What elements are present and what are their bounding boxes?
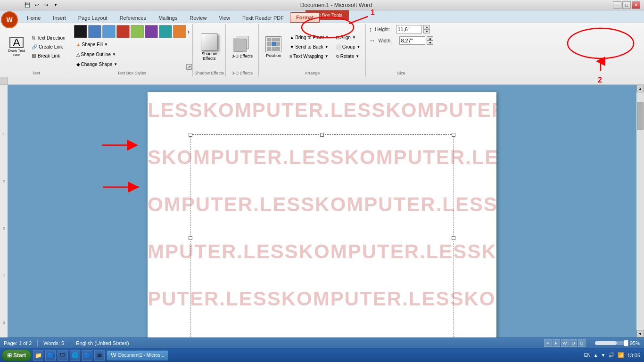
scroll-up-button[interactable]: ▲ xyxy=(636,85,644,92)
swatch-orange[interactable] xyxy=(173,25,186,38)
align-icon: ⊟ xyxy=(336,35,339,40)
tab-view[interactable]: View xyxy=(213,12,236,23)
taskbar-icon-security[interactable]: 🛡 xyxy=(58,350,68,361)
group-shadow-effects: Shadow Effects Shadow Effects xyxy=(193,24,226,76)
shape-fill-label: Shape Fill xyxy=(82,42,102,47)
swatch-scroll-right[interactable]: › xyxy=(188,28,190,35)
swatch-red[interactable] xyxy=(116,25,130,38)
swatch-blue1[interactable] xyxy=(88,25,101,38)
tab-format[interactable]: Format xyxy=(290,12,320,23)
group-textbox-styles: › ▲ Shape Fill ▼ △ Shape Outline ▼ ◆ xyxy=(71,24,193,76)
shadow-effects-button[interactable]: Shadow Effects xyxy=(196,33,222,61)
scroll-down-button[interactable]: ▼ xyxy=(636,330,644,337)
start-button[interactable]: ⊞ Start xyxy=(2,350,31,361)
align-arrow: ▼ xyxy=(352,35,356,40)
height-down-button[interactable]: ▼ xyxy=(423,29,430,33)
textbox-styles-expand[interactable]: ↗ xyxy=(186,64,192,70)
3d-effects-button[interactable]: 3-D Effects xyxy=(229,33,255,61)
taskbar-icon-browser[interactable]: 🌐 xyxy=(70,350,80,361)
quick-access-save[interactable]: 💾 xyxy=(24,1,31,9)
swatch-purple[interactable] xyxy=(145,25,158,38)
tray-arrow-up[interactable]: ▲ xyxy=(594,353,598,358)
watermark-line1: LESSKOMPUTER.LESSKOMPUTER.LE xyxy=(148,99,496,122)
width-input[interactable] xyxy=(399,36,425,45)
tab-mailings[interactable]: Mailings xyxy=(152,12,183,23)
taskbar-icon-chrome[interactable]: 🔵 xyxy=(82,350,92,361)
height-input[interactable] xyxy=(396,25,422,33)
tray-network[interactable]: 📶 xyxy=(618,352,624,358)
text-box[interactable] xyxy=(190,134,454,337)
group-arrow: ▼ xyxy=(356,45,360,49)
minimize-button[interactable]: ─ xyxy=(613,1,621,9)
taskbar-icon-folder[interactable]: 📁 xyxy=(33,350,43,361)
quick-access-redo[interactable]: ↪ xyxy=(42,1,50,9)
tab-insert[interactable]: Insert xyxy=(47,12,72,23)
close-button[interactable]: ✕ xyxy=(632,1,640,9)
view-fullscreen-button[interactable]: F xyxy=(553,339,560,347)
swatch-teal[interactable] xyxy=(159,25,172,38)
handle-tr[interactable] xyxy=(452,133,455,137)
change-shape-button[interactable]: ◆ Change Shape ▼ xyxy=(74,60,120,69)
maximize-button[interactable]: □ xyxy=(622,1,631,9)
taskbar-word-app[interactable]: W Document1 - Micros... xyxy=(107,350,168,361)
scroll-thumb[interactable] xyxy=(637,102,644,130)
tab-foxitreader[interactable]: Foxit Reader PDF xyxy=(236,12,290,23)
swatch-black[interactable] xyxy=(74,25,87,38)
zoom-fill xyxy=(595,341,617,345)
vertical-ruler: 1 2 3 4 5 xyxy=(0,85,8,337)
width-down-button[interactable]: ▼ xyxy=(427,41,433,45)
group-shadow-label: Shadow Effects xyxy=(193,71,225,75)
rotate-button[interactable]: ↻ Rotate ▼ xyxy=(333,52,363,61)
bring-front-label: Bring to Front xyxy=(295,35,324,40)
view-print-button[interactable]: P xyxy=(544,339,552,347)
window-title: Document1 - Microsoft Word xyxy=(59,2,613,8)
break-link-icon: ⛓ xyxy=(32,53,36,58)
status-bar: Page: 1 of 2 Words: 5 English (United St… xyxy=(0,337,644,348)
quick-access-more[interactable]: ▼ xyxy=(52,1,59,9)
width-up-button[interactable]: ▲ xyxy=(427,36,433,41)
zoom-slider[interactable] xyxy=(595,341,628,345)
view-outline-button[interactable]: O xyxy=(570,339,577,347)
group-text: A Draw Text Box ⇅ Text Direction 🔗 Creat… xyxy=(2,24,71,76)
document-area: 1 2 3 4 5 LESSKOMPUTER.LESSKOMPUTER.LE S… xyxy=(0,77,644,337)
swatch-blue2[interactable] xyxy=(102,25,116,38)
bring-front-button[interactable]: ▲ Bring to Front ▼ xyxy=(287,33,331,42)
group-3d-effects: 3-D Effects 3-D Effects xyxy=(226,24,259,76)
swatch-green[interactable] xyxy=(131,25,144,38)
zoom-handle[interactable] xyxy=(624,340,628,346)
break-link-button[interactable]: ⛓ Break Link xyxy=(29,52,68,60)
taskbar-icon-bluetooth[interactable]: 🔵 xyxy=(45,350,56,361)
tab-pagelayout[interactable]: Page Layout xyxy=(72,12,114,23)
vruler-svg xyxy=(0,85,8,337)
taskbar-icon-email[interactable]: ✉ xyxy=(94,350,105,361)
tray-arrow-down[interactable]: ▼ xyxy=(601,353,606,358)
handle-ml[interactable] xyxy=(189,236,192,240)
group-icon: ⬜ xyxy=(336,44,341,49)
width-label: Width: xyxy=(378,38,398,43)
handle-tm[interactable] xyxy=(320,133,324,137)
zoom-value: 95% xyxy=(630,340,640,346)
view-web-button[interactable]: W xyxy=(561,339,569,347)
shape-fill-button[interactable]: ▲ Shape Fill ▼ xyxy=(74,40,110,49)
text-direction-button[interactable]: ⇅ Text Direction xyxy=(29,34,68,42)
quick-access-undo[interactable]: ↩ xyxy=(33,1,41,9)
tab-review[interactable]: Review xyxy=(183,12,213,23)
view-draft-button[interactable]: D xyxy=(578,339,586,347)
tab-home[interactable]: Home xyxy=(21,12,47,23)
send-back-button[interactable]: ▼ Send to Back ▼ xyxy=(287,42,331,51)
rotate-arrow: ▼ xyxy=(355,54,359,58)
handle-tl[interactable] xyxy=(189,133,192,137)
height-up-button[interactable]: ▲ xyxy=(423,25,430,29)
draw-text-box-button[interactable]: A Draw Text Box xyxy=(5,33,28,61)
position-button[interactable]: Position xyxy=(262,33,285,61)
document-scroll[interactable]: LESSKOMPUTER.LESSKOMPUTER.LE SKOMPUTER.L… xyxy=(8,85,636,337)
office-button[interactable]: W xyxy=(1,11,18,28)
tray-speaker[interactable]: 🔊 xyxy=(608,352,615,358)
handle-mr[interactable] xyxy=(452,236,455,240)
tab-references[interactable]: References xyxy=(114,12,152,23)
create-link-button[interactable]: 🔗 Create Link xyxy=(29,43,68,51)
align-button[interactable]: ⊟ Align ▼ xyxy=(333,33,363,42)
shape-outline-button[interactable]: △ Shape Outline ▼ xyxy=(74,50,118,59)
group-button[interactable]: ⬜ Group ▼ xyxy=(333,42,363,51)
text-wrapping-button[interactable]: ≡ Text Wrapping ▼ xyxy=(287,52,331,61)
